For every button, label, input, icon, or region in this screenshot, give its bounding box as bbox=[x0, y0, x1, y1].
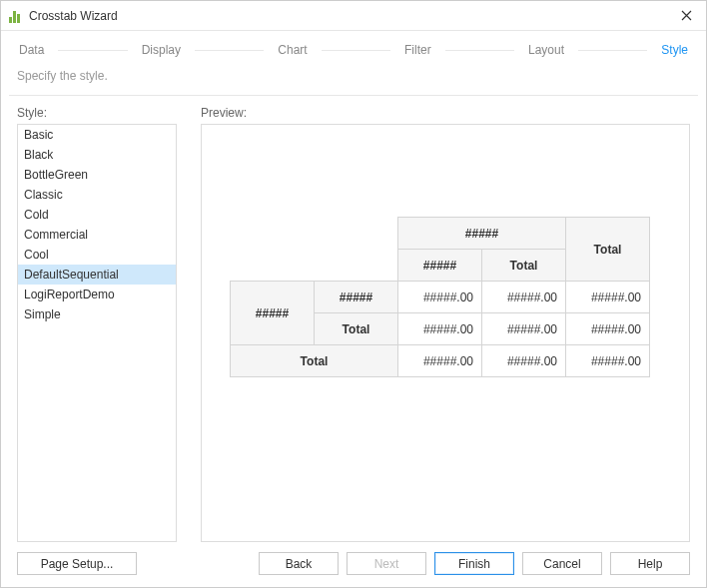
col-group-header: ##### bbox=[398, 218, 566, 250]
col-sub-header: ##### bbox=[398, 250, 482, 282]
next-button: Next bbox=[347, 552, 426, 575]
corner-blank bbox=[231, 218, 398, 282]
step-separator bbox=[58, 50, 127, 51]
titlebar: Crosstab Wizard bbox=[1, 1, 706, 31]
row-total-header: Total bbox=[231, 345, 398, 377]
wizard-steps: DataDisplayChartFilterLayoutStyle bbox=[1, 31, 706, 63]
close-icon[interactable] bbox=[676, 6, 696, 26]
footer: Page Setup... Back Next Finish Cancel He… bbox=[1, 542, 706, 587]
cell-value: #####.00 bbox=[566, 282, 650, 313]
style-label: Style: bbox=[17, 106, 177, 120]
row-sub-total-header: Total bbox=[315, 313, 398, 345]
style-item[interactable]: Cold bbox=[18, 205, 176, 225]
step-separator bbox=[445, 50, 514, 51]
back-button[interactable]: Back bbox=[259, 552, 339, 575]
cell-value: #####.00 bbox=[482, 345, 566, 377]
style-item[interactable]: DefaultSequential bbox=[18, 265, 176, 285]
style-item[interactable]: Basic bbox=[18, 125, 176, 145]
subtitle: Specify the style. bbox=[1, 63, 706, 95]
window-title: Crosstab Wizard bbox=[29, 9, 118, 23]
help-button[interactable]: Help bbox=[610, 552, 690, 575]
style-column: Style: BasicBlackBottleGreenClassicColdC… bbox=[17, 106, 177, 542]
style-item[interactable]: Commercial bbox=[18, 225, 176, 245]
cell-value: #####.00 bbox=[566, 313, 650, 345]
style-item[interactable]: LogiReportDemo bbox=[18, 285, 176, 304]
cell-value: #####.00 bbox=[398, 345, 482, 377]
step-separator bbox=[195, 50, 264, 51]
step-separator bbox=[322, 50, 390, 51]
style-item[interactable]: Black bbox=[18, 145, 176, 165]
cell-value: #####.00 bbox=[398, 282, 482, 313]
crosstab-preview: ##### Total ##### Total ##### ##### ####… bbox=[230, 217, 650, 377]
col-sub-total-header: Total bbox=[482, 250, 566, 282]
step-data[interactable]: Data bbox=[17, 41, 46, 59]
step-chart[interactable]: Chart bbox=[276, 41, 309, 59]
cell-value: #####.00 bbox=[482, 282, 566, 313]
preview-column: Preview: ##### Total ##### Total ##### bbox=[201, 106, 690, 542]
cell-value: #####.00 bbox=[566, 345, 650, 377]
step-separator bbox=[578, 50, 647, 51]
row-sub-header: ##### bbox=[315, 282, 398, 313]
app-icon bbox=[9, 9, 23, 23]
page-setup-button[interactable]: Page Setup... bbox=[17, 552, 137, 575]
cell-value: #####.00 bbox=[398, 313, 482, 345]
content: Style: BasicBlackBottleGreenClassicColdC… bbox=[1, 96, 706, 542]
preview-pane: ##### Total ##### Total ##### ##### ####… bbox=[201, 124, 690, 542]
col-total-header: Total bbox=[566, 218, 650, 282]
style-item[interactable]: Classic bbox=[18, 185, 176, 205]
cell-value: #####.00 bbox=[482, 313, 566, 345]
row-group-header: ##### bbox=[231, 282, 315, 345]
step-filter[interactable]: Filter bbox=[402, 41, 433, 59]
step-style[interactable]: Style bbox=[659, 41, 690, 59]
style-item[interactable]: Simple bbox=[18, 304, 176, 324]
cancel-button[interactable]: Cancel bbox=[522, 552, 602, 575]
step-layout[interactable]: Layout bbox=[526, 41, 566, 59]
style-list[interactable]: BasicBlackBottleGreenClassicColdCommerci… bbox=[17, 124, 177, 542]
finish-button[interactable]: Finish bbox=[434, 552, 514, 575]
style-item[interactable]: Cool bbox=[18, 245, 176, 265]
style-item[interactable]: BottleGreen bbox=[18, 165, 176, 185]
step-display[interactable]: Display bbox=[140, 41, 183, 59]
preview-label: Preview: bbox=[201, 106, 690, 120]
